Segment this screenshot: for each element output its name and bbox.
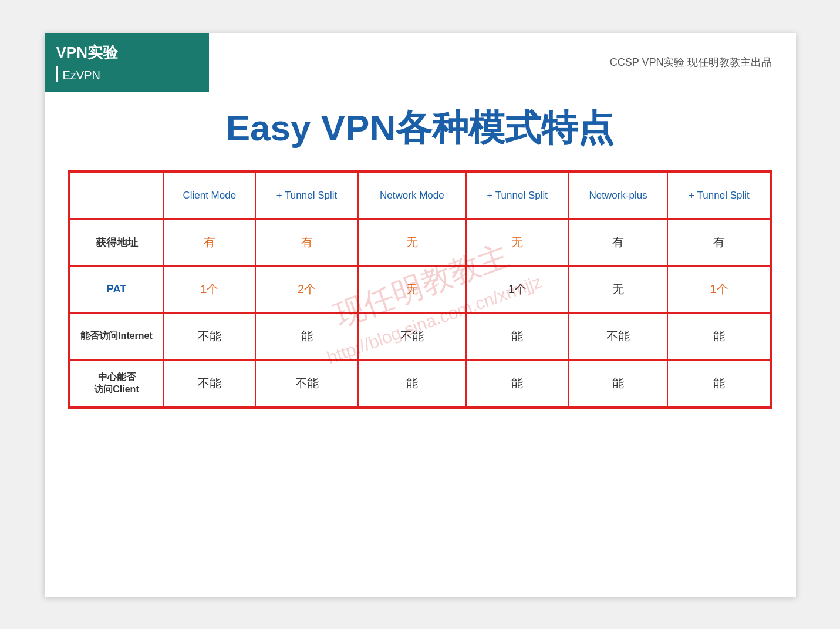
row-header-row-address: 获得地址 bbox=[70, 219, 164, 266]
cell-row-client-1: 不能 bbox=[255, 360, 358, 407]
page-title: Easy VPN各种模式特点 bbox=[68, 103, 772, 153]
cell-row-pat-2: 无 bbox=[358, 266, 466, 313]
header-left: VPN实验 EzVPN bbox=[45, 33, 209, 92]
cell-row-client-3: 能 bbox=[466, 360, 569, 407]
cell-row-address-1: 有 bbox=[255, 219, 358, 266]
cell-row-internet-2: 不能 bbox=[358, 313, 466, 360]
row-header-row-pat: PAT bbox=[70, 266, 164, 313]
row-header-row-internet: 能否访问Internet bbox=[70, 313, 164, 360]
main-content: Easy VPN各种模式特点 Client Mode + Tunnel Spli… bbox=[45, 92, 796, 426]
table-row: 能否访问Internet不能能不能能不能能 bbox=[70, 313, 771, 360]
col-empty bbox=[70, 172, 164, 219]
cell-row-internet-4: 不能 bbox=[569, 313, 668, 360]
cell-row-pat-4: 无 bbox=[569, 266, 668, 313]
cell-row-address-2: 无 bbox=[358, 219, 466, 266]
cell-row-internet-5: 能 bbox=[667, 313, 770, 360]
table-container: Client Mode + Tunnel Split Network Mode … bbox=[68, 170, 772, 409]
cell-row-address-4: 有 bbox=[569, 219, 668, 266]
col-tunnel-split-3: + Tunnel Split bbox=[667, 172, 770, 219]
header-right: CCSP VPN实验 现任明教教主出品 bbox=[209, 33, 796, 92]
cell-row-internet-3: 能 bbox=[466, 313, 569, 360]
col-network-mode: Network Mode bbox=[358, 172, 466, 219]
table-row: 获得地址有有无无有有 bbox=[70, 219, 771, 266]
header: VPN实验 EzVPN CCSP VPN实验 现任明教教主出品 bbox=[45, 33, 796, 92]
table-row: PAT1个2个无1个无1个 bbox=[70, 266, 771, 313]
col-tunnel-split-1: + Tunnel Split bbox=[255, 172, 358, 219]
header-subtitle: EzVPN bbox=[56, 66, 197, 82]
cell-row-internet-0: 不能 bbox=[164, 313, 256, 360]
comparison-table: Client Mode + Tunnel Split Network Mode … bbox=[69, 171, 771, 408]
cell-row-client-0: 不能 bbox=[164, 360, 256, 407]
col-client-mode: Client Mode bbox=[164, 172, 256, 219]
header-title: VPN实验 bbox=[56, 42, 197, 63]
col-network-plus: Network-plus bbox=[569, 172, 668, 219]
cell-row-client-5: 能 bbox=[667, 360, 770, 407]
cell-row-pat-3: 1个 bbox=[466, 266, 569, 313]
cell-row-internet-1: 能 bbox=[255, 313, 358, 360]
table-header-row: Client Mode + Tunnel Split Network Mode … bbox=[70, 172, 771, 219]
cell-row-address-3: 无 bbox=[466, 219, 569, 266]
cell-row-address-5: 有 bbox=[667, 219, 770, 266]
header-brand: CCSP VPN实验 现任明教教主出品 bbox=[610, 55, 772, 69]
col-tunnel-split-2: + Tunnel Split bbox=[466, 172, 569, 219]
slide: 现任明教教主 http://blog.sina.com.cn/xrmjjz VP… bbox=[45, 33, 796, 597]
row-header-row-client: 中心能否访问Client bbox=[70, 360, 164, 407]
cell-row-pat-0: 1个 bbox=[164, 266, 256, 313]
cell-row-pat-1: 2个 bbox=[255, 266, 358, 313]
cell-row-address-0: 有 bbox=[164, 219, 256, 266]
table-row: 中心能否访问Client不能不能能能能能 bbox=[70, 360, 771, 407]
cell-row-pat-5: 1个 bbox=[667, 266, 770, 313]
cell-row-client-4: 能 bbox=[569, 360, 668, 407]
cell-row-client-2: 能 bbox=[358, 360, 466, 407]
